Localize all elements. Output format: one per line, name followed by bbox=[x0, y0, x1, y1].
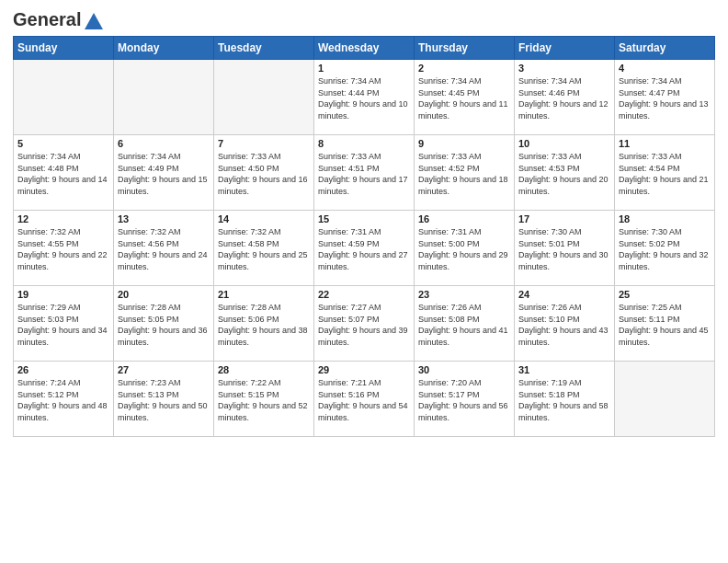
day-number: 2 bbox=[418, 63, 510, 74]
calendar-cell: 14Sunrise: 7:32 AMSunset: 4:58 PMDayligh… bbox=[214, 211, 314, 286]
calendar-header-friday: Friday bbox=[515, 37, 615, 60]
calendar-cell: 21Sunrise: 7:28 AMSunset: 5:06 PMDayligh… bbox=[214, 286, 314, 362]
day-info: Sunrise: 7:19 AMSunset: 5:18 PMDaylight:… bbox=[518, 377, 610, 423]
day-info: Sunrise: 7:31 AMSunset: 4:59 PMDaylight:… bbox=[318, 226, 410, 272]
calendar-header-tuesday: Tuesday bbox=[214, 37, 314, 60]
day-number: 14 bbox=[218, 213, 310, 224]
day-info: Sunrise: 7:27 AMSunset: 5:07 PMDaylight:… bbox=[318, 302, 410, 348]
day-info: Sunrise: 7:34 AMSunset: 4:45 PMDaylight:… bbox=[418, 75, 510, 121]
day-info: Sunrise: 7:32 AMSunset: 4:55 PMDaylight:… bbox=[17, 226, 109, 272]
calendar-cell: 29Sunrise: 7:21 AMSunset: 5:16 PMDayligh… bbox=[314, 362, 415, 437]
day-number: 26 bbox=[17, 364, 109, 375]
calendar-table: SundayMondayTuesdayWednesdayThursdayFrid… bbox=[13, 36, 715, 437]
calendar-week-row: 12Sunrise: 7:32 AMSunset: 4:55 PMDayligh… bbox=[14, 211, 715, 286]
day-number: 18 bbox=[619, 213, 711, 224]
day-info: Sunrise: 7:24 AMSunset: 5:12 PMDaylight:… bbox=[17, 377, 109, 423]
calendar-cell: 5Sunrise: 7:34 AMSunset: 4:48 PMDaylight… bbox=[14, 135, 114, 211]
calendar-cell: 24Sunrise: 7:26 AMSunset: 5:10 PMDayligh… bbox=[515, 286, 615, 362]
day-number: 21 bbox=[218, 289, 310, 300]
day-info: Sunrise: 7:33 AMSunset: 4:50 PMDaylight:… bbox=[218, 151, 310, 197]
day-info: Sunrise: 7:26 AMSunset: 5:10 PMDaylight:… bbox=[518, 302, 610, 348]
day-info: Sunrise: 7:31 AMSunset: 5:00 PMDaylight:… bbox=[418, 226, 510, 272]
day-number: 27 bbox=[118, 364, 210, 375]
day-number: 5 bbox=[17, 138, 109, 149]
calendar-cell: 22Sunrise: 7:27 AMSunset: 5:07 PMDayligh… bbox=[314, 286, 415, 362]
calendar-cell bbox=[615, 362, 715, 437]
calendar-header-wednesday: Wednesday bbox=[314, 37, 415, 60]
day-info: Sunrise: 7:34 AMSunset: 4:44 PMDaylight:… bbox=[318, 75, 410, 121]
day-info: Sunrise: 7:30 AMSunset: 5:02 PMDaylight:… bbox=[619, 226, 711, 272]
calendar-cell: 15Sunrise: 7:31 AMSunset: 4:59 PMDayligh… bbox=[314, 211, 415, 286]
day-number: 17 bbox=[518, 213, 610, 224]
day-info: Sunrise: 7:28 AMSunset: 5:06 PMDaylight:… bbox=[218, 302, 310, 348]
day-info: Sunrise: 7:20 AMSunset: 5:17 PMDaylight:… bbox=[418, 377, 510, 423]
day-info: Sunrise: 7:33 AMSunset: 4:54 PMDaylight:… bbox=[619, 151, 711, 197]
calendar-cell: 9Sunrise: 7:33 AMSunset: 4:52 PMDaylight… bbox=[415, 135, 515, 211]
day-info: Sunrise: 7:32 AMSunset: 4:56 PMDaylight:… bbox=[118, 226, 210, 272]
day-number: 29 bbox=[318, 364, 410, 375]
logo-wrapper: General bbox=[13, 9, 103, 30]
day-number: 16 bbox=[418, 213, 510, 224]
calendar-header-row: SundayMondayTuesdayWednesdayThursdayFrid… bbox=[14, 37, 715, 60]
day-info: Sunrise: 7:32 AMSunset: 4:58 PMDaylight:… bbox=[218, 226, 310, 272]
day-info: Sunrise: 7:34 AMSunset: 4:46 PMDaylight:… bbox=[518, 75, 610, 121]
day-number: 3 bbox=[518, 63, 610, 74]
calendar-cell: 16Sunrise: 7:31 AMSunset: 5:00 PMDayligh… bbox=[415, 211, 515, 286]
calendar-cell bbox=[214, 60, 314, 135]
day-info: Sunrise: 7:30 AMSunset: 5:01 PMDaylight:… bbox=[518, 226, 610, 272]
calendar-week-row: 26Sunrise: 7:24 AMSunset: 5:12 PMDayligh… bbox=[14, 362, 715, 437]
logo: General bbox=[13, 9, 103, 29]
day-info: Sunrise: 7:22 AMSunset: 5:15 PMDaylight:… bbox=[218, 377, 310, 423]
logo-general: General bbox=[13, 9, 81, 30]
calendar-cell bbox=[114, 60, 214, 135]
calendar-cell: 7Sunrise: 7:33 AMSunset: 4:50 PMDaylight… bbox=[214, 135, 314, 211]
calendar-header-saturday: Saturday bbox=[615, 37, 715, 60]
calendar-cell: 28Sunrise: 7:22 AMSunset: 5:15 PMDayligh… bbox=[214, 362, 314, 437]
day-number: 23 bbox=[418, 289, 510, 300]
calendar-week-row: 19Sunrise: 7:29 AMSunset: 5:03 PMDayligh… bbox=[14, 286, 715, 362]
page: General SundayMondayTuesdayWednesdayThur… bbox=[0, 0, 728, 563]
calendar-cell: 27Sunrise: 7:23 AMSunset: 5:13 PMDayligh… bbox=[114, 362, 214, 437]
day-info: Sunrise: 7:29 AMSunset: 5:03 PMDaylight:… bbox=[17, 302, 109, 348]
calendar-cell: 26Sunrise: 7:24 AMSunset: 5:12 PMDayligh… bbox=[14, 362, 114, 437]
calendar-cell: 10Sunrise: 7:33 AMSunset: 4:53 PMDayligh… bbox=[515, 135, 615, 211]
day-number: 30 bbox=[418, 364, 510, 375]
calendar-cell: 2Sunrise: 7:34 AMSunset: 4:45 PMDaylight… bbox=[415, 60, 515, 135]
day-number: 25 bbox=[619, 289, 711, 300]
day-info: Sunrise: 7:34 AMSunset: 4:48 PMDaylight:… bbox=[17, 151, 109, 197]
calendar-cell: 4Sunrise: 7:34 AMSunset: 4:47 PMDaylight… bbox=[615, 60, 715, 135]
calendar-cell: 8Sunrise: 7:33 AMSunset: 4:51 PMDaylight… bbox=[314, 135, 415, 211]
header: General bbox=[13, 9, 715, 29]
day-info: Sunrise: 7:26 AMSunset: 5:08 PMDaylight:… bbox=[418, 302, 510, 348]
calendar-header-sunday: Sunday bbox=[14, 37, 114, 60]
calendar-cell: 25Sunrise: 7:25 AMSunset: 5:11 PMDayligh… bbox=[615, 286, 715, 362]
calendar-cell: 12Sunrise: 7:32 AMSunset: 4:55 PMDayligh… bbox=[14, 211, 114, 286]
day-number: 20 bbox=[118, 289, 210, 300]
day-number: 12 bbox=[17, 213, 109, 224]
calendar-cell: 23Sunrise: 7:26 AMSunset: 5:08 PMDayligh… bbox=[415, 286, 515, 362]
day-info: Sunrise: 7:25 AMSunset: 5:11 PMDaylight:… bbox=[619, 302, 711, 348]
calendar-week-row: 1Sunrise: 7:34 AMSunset: 4:44 PMDaylight… bbox=[14, 60, 715, 135]
calendar-cell: 18Sunrise: 7:30 AMSunset: 5:02 PMDayligh… bbox=[615, 211, 715, 286]
day-number: 22 bbox=[318, 289, 410, 300]
calendar-cell: 6Sunrise: 7:34 AMSunset: 4:49 PMDaylight… bbox=[114, 135, 214, 211]
day-number: 11 bbox=[619, 138, 711, 149]
day-info: Sunrise: 7:23 AMSunset: 5:13 PMDaylight:… bbox=[118, 377, 210, 423]
day-info: Sunrise: 7:34 AMSunset: 4:49 PMDaylight:… bbox=[118, 151, 210, 197]
day-number: 6 bbox=[118, 138, 210, 149]
day-number: 9 bbox=[418, 138, 510, 149]
calendar-cell: 19Sunrise: 7:29 AMSunset: 5:03 PMDayligh… bbox=[14, 286, 114, 362]
calendar-cell: 30Sunrise: 7:20 AMSunset: 5:17 PMDayligh… bbox=[415, 362, 515, 437]
calendar-cell: 3Sunrise: 7:34 AMSunset: 4:46 PMDaylight… bbox=[515, 60, 615, 135]
day-info: Sunrise: 7:33 AMSunset: 4:53 PMDaylight:… bbox=[518, 151, 610, 197]
day-number: 24 bbox=[518, 289, 610, 300]
day-number: 13 bbox=[118, 213, 210, 224]
calendar-cell: 11Sunrise: 7:33 AMSunset: 4:54 PMDayligh… bbox=[615, 135, 715, 211]
day-number: 1 bbox=[318, 63, 410, 74]
day-info: Sunrise: 7:21 AMSunset: 5:16 PMDaylight:… bbox=[318, 377, 410, 423]
calendar-cell bbox=[14, 60, 114, 135]
day-number: 10 bbox=[518, 138, 610, 149]
calendar-cell: 31Sunrise: 7:19 AMSunset: 5:18 PMDayligh… bbox=[515, 362, 615, 437]
calendar-header-monday: Monday bbox=[114, 37, 214, 60]
day-number: 8 bbox=[318, 138, 410, 149]
